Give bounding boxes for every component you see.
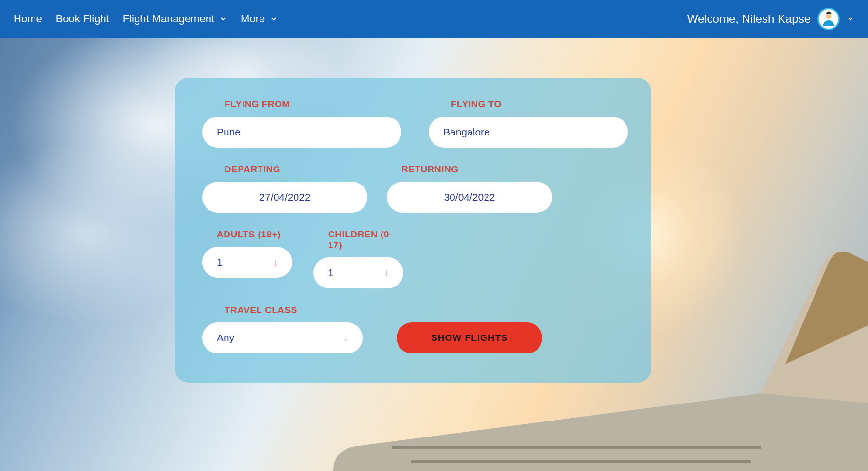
flying-from-input[interactable]: Pune xyxy=(202,117,401,148)
arrow-down-icon: ↓ xyxy=(343,332,348,343)
svg-rect-2 xyxy=(411,460,751,463)
returning-label: RETURNING xyxy=(401,164,552,175)
chevron-down-icon xyxy=(847,15,854,23)
departing-field: DEPARTING 27/04/2022 xyxy=(202,164,367,213)
adults-label: ADULTS (18+) xyxy=(217,229,292,240)
children-select[interactable]: 1 ↓ xyxy=(313,257,403,288)
adults-select[interactable]: 1 ↓ xyxy=(202,247,292,278)
adults-field: ADULTS (18+) 1 ↓ xyxy=(202,229,292,288)
nav-flight-management-label: Flight Management xyxy=(123,13,214,25)
travel-class-select[interactable]: Any ↓ xyxy=(202,322,363,353)
flying-to-value: Bangalore xyxy=(443,126,490,138)
flying-from-label: FLYING FROM xyxy=(225,99,401,110)
travel-class-value: Any xyxy=(217,332,234,344)
flying-from-field: FLYING FROM Pune xyxy=(202,99,401,148)
flying-to-field: FLYING TO Bangalore xyxy=(429,99,628,148)
person-icon xyxy=(820,11,837,27)
hero-background: FLYING FROM Pune FLYING TO Bangalore DEP… xyxy=(0,38,868,471)
nav-home-label: Home xyxy=(14,13,42,25)
svg-point-0 xyxy=(826,14,831,19)
top-navbar: Home Book Flight Flight Management More … xyxy=(0,0,868,38)
children-label: CHILDREN (0-17) xyxy=(328,229,406,251)
nav-book-flight[interactable]: Book Flight xyxy=(56,13,109,25)
nav-flight-management[interactable]: Flight Management xyxy=(123,13,227,25)
children-field: CHILDREN (0-17) 1 ↓ xyxy=(313,229,406,288)
flight-search-panel: FLYING FROM Pune FLYING TO Bangalore DEP… xyxy=(175,78,651,383)
chevron-down-icon xyxy=(219,15,227,23)
flying-to-label: FLYING TO xyxy=(451,99,628,110)
svg-rect-1 xyxy=(392,446,761,449)
nav-book-flight-label: Book Flight xyxy=(56,13,109,25)
children-value: 1 xyxy=(328,267,334,279)
travel-class-field: TRAVEL CLASS Any ↓ xyxy=(202,305,363,353)
avatar xyxy=(817,8,840,30)
nav-left-group: Home Book Flight Flight Management More xyxy=(14,13,278,25)
returning-value: 30/04/2022 xyxy=(444,191,495,203)
show-flights-label: SHOW FLIGHTS xyxy=(431,333,508,343)
nav-user-group[interactable]: Welcome, Nilesh Kapse xyxy=(687,8,854,30)
returning-field: RETURNING 30/04/2022 xyxy=(387,164,552,213)
travel-class-label: TRAVEL CLASS xyxy=(225,305,363,316)
arrow-down-icon: ↓ xyxy=(273,257,278,268)
flying-to-input[interactable]: Bangalore xyxy=(429,117,628,148)
departing-label: DEPARTING xyxy=(225,164,367,175)
adults-value: 1 xyxy=(217,256,223,268)
nav-home[interactable]: Home xyxy=(14,13,42,25)
nav-more-label: More xyxy=(241,13,265,25)
arrow-down-icon: ↓ xyxy=(384,267,389,278)
departing-input[interactable]: 27/04/2022 xyxy=(202,182,367,213)
nav-more[interactable]: More xyxy=(241,13,278,25)
chevron-down-icon xyxy=(270,15,278,23)
returning-input[interactable]: 30/04/2022 xyxy=(387,182,552,213)
show-flights-button[interactable]: SHOW FLIGHTS xyxy=(397,322,542,353)
departing-value: 27/04/2022 xyxy=(259,191,310,203)
welcome-text: Welcome, Nilesh Kapse xyxy=(687,12,811,26)
flying-from-value: Pune xyxy=(217,126,241,138)
